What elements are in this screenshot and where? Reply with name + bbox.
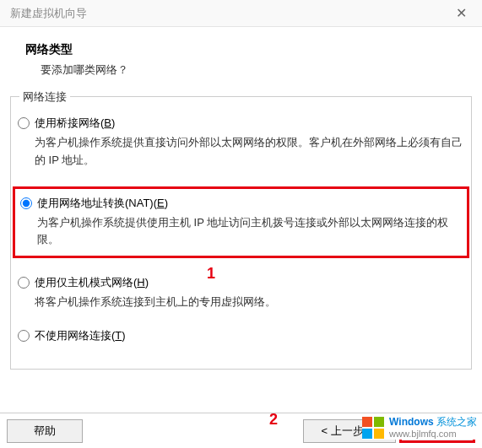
option-nat[interactable]: 使用网络地址转换(NAT)(E) 为客户机操作系统提供使用主机 IP 地址访问主…	[13, 186, 469, 259]
close-icon[interactable]: ✕	[451, 5, 472, 21]
radio-none-label: 不使用网络连接(T)	[35, 328, 126, 343]
network-fieldset: 网络连接 使用桥接网络(B) 为客户机操作系统提供直接访问外部以太网网络的权限。…	[10, 96, 472, 370]
radio-bridged-desc: 为客户机操作系统提供直接访问外部以太网网络的权限。客户机在外部网络上必须有自己的…	[35, 134, 464, 170]
watermark-url: www.bjlmfq.com	[389, 429, 477, 440]
titlebar: 新建虚拟机向导 ✕	[0, 0, 482, 27]
radio-hostonly-desc: 将客户机操作系统连接到主机上的专用虚拟网络。	[35, 294, 464, 311]
page-title: 网络类型	[25, 42, 457, 57]
watermark-brand: Windows	[389, 416, 434, 428]
radio-nat-desc: 为客户机操作系统提供使用主机 IP 地址访问主机拨号连接或外部以太网网络连接的权…	[37, 214, 462, 250]
header-section: 网络类型 要添加哪类网络？	[0, 27, 482, 89]
svg-rect-1	[374, 417, 384, 427]
help-button[interactable]: 帮助	[7, 419, 83, 443]
option-none[interactable]: 不使用网络连接(T)	[18, 328, 464, 343]
radio-hostonly[interactable]	[18, 277, 30, 289]
radio-hostonly-label: 使用仅主机模式网络(H)	[35, 275, 149, 290]
svg-rect-3	[374, 429, 384, 439]
radio-bridged-label: 使用桥接网络(B)	[35, 116, 115, 131]
windows-logo-icon	[362, 417, 384, 439]
annotation-1: 1	[207, 265, 215, 283]
watermark: Windows 系统之家 www.bjlmfq.com	[362, 416, 477, 440]
window-title: 新建虚拟机向导	[10, 6, 87, 21]
radio-bridged[interactable]	[18, 117, 30, 129]
watermark-text: Windows 系统之家 www.bjlmfq.com	[389, 416, 477, 440]
svg-rect-0	[362, 417, 372, 427]
radio-nat[interactable]	[20, 197, 32, 209]
radio-nat-label: 使用网络地址转换(NAT)(E)	[37, 196, 168, 211]
fieldset-legend: 网络连接	[19, 89, 70, 105]
radio-none[interactable]	[18, 330, 30, 342]
page-subtitle: 要添加哪类网络？	[41, 62, 457, 78]
svg-rect-2	[362, 429, 372, 439]
option-hostonly[interactable]: 使用仅主机模式网络(H) 将客户机操作系统连接到主机上的专用虚拟网络。	[18, 275, 464, 311]
option-bridged[interactable]: 使用桥接网络(B) 为客户机操作系统提供直接访问外部以太网网络的权限。客户机在外…	[18, 116, 464, 170]
watermark-suffix: 系统之家	[436, 416, 477, 428]
